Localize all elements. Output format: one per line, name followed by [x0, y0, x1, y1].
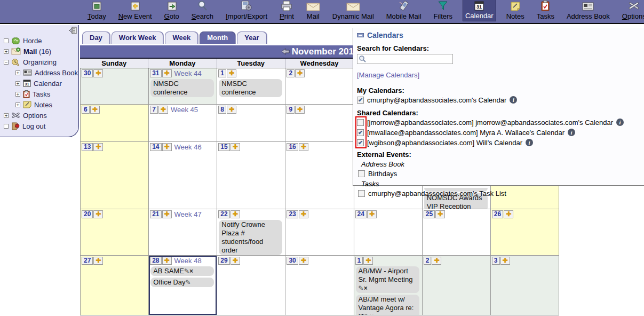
toolbar-item-today[interactable]: Today	[85, 0, 108, 21]
day-number[interactable]: 23	[287, 210, 298, 218]
toolbar-item-import-export[interactable]: Import/Export	[224, 0, 269, 21]
calendar-event[interactable]: NMSDC conference	[219, 79, 282, 97]
day-number[interactable]: 2	[424, 257, 432, 265]
manage-calendars-link[interactable]: [Manage Calendars]	[357, 71, 644, 79]
info-icon[interactable]: i	[510, 96, 517, 104]
day-number[interactable]: 29	[218, 257, 229, 265]
add-event-icon[interactable]: ✚	[93, 210, 103, 218]
sidebar-item-log-out[interactable]: Log out	[4, 121, 78, 131]
add-event-icon[interactable]: ✚	[500, 257, 510, 265]
add-event-icon[interactable]: ✚	[504, 210, 513, 218]
checkbox[interactable]	[357, 119, 364, 126]
day-number[interactable]: 6	[82, 106, 90, 114]
day-number[interactable]: 22	[218, 210, 229, 218]
sidebar-item-mail[interactable]: +Mail (16)	[4, 46, 78, 57]
add-event-icon[interactable]: ✚	[363, 257, 373, 265]
add-event-icon[interactable]: ✚	[162, 143, 172, 151]
calendar-event[interactable]: NMSDC conference	[150, 79, 214, 97]
delete-event-icon[interactable]: ×	[370, 313, 373, 315]
edit-event-icon[interactable]: ✎	[186, 279, 191, 286]
checkbox[interactable]: ✔	[357, 139, 364, 146]
add-event-icon[interactable]: ✚	[299, 210, 308, 218]
day-number[interactable]: 21	[150, 210, 161, 218]
toolbar-item-calendar[interactable]: 31Calendar	[463, 0, 496, 21]
delete-event-icon[interactable]: ×	[364, 285, 368, 292]
add-event-icon[interactable]: ✚	[93, 257, 103, 265]
day-number[interactable]: 15	[218, 143, 229, 151]
day-number[interactable]: 31	[150, 69, 161, 77]
collapse-section-icon[interactable]	[357, 33, 364, 37]
info-icon[interactable]: i	[616, 118, 624, 126]
tree-expander-icon[interactable]: +	[15, 81, 20, 86]
week-link[interactable]: Week 48	[174, 257, 202, 265]
sidebar-item-address-book[interactable]: +Address Book	[15, 67, 78, 78]
day-number[interactable]: 1	[355, 257, 363, 265]
week-link[interactable]: Week 46	[174, 143, 202, 151]
day-number[interactable]: 9	[287, 106, 295, 114]
day-number[interactable]: 27	[82, 257, 93, 265]
edit-event-icon[interactable]: ✎	[364, 313, 370, 315]
add-event-icon[interactable]: ✚	[295, 106, 305, 114]
add-event-icon[interactable]: ✚	[158, 106, 168, 114]
calendar-event[interactable]: AB SAME✎×	[150, 266, 214, 276]
calendar-event[interactable]: Office Day✎	[150, 278, 214, 287]
tree-expander-icon[interactable]: −	[4, 60, 9, 65]
calendar-search-input[interactable]	[367, 55, 452, 63]
day-number[interactable]: 25	[424, 210, 435, 218]
calendar-event[interactable]: AB/MW - Airport Sr. Mgmt Meeting ✎×	[356, 266, 419, 293]
week-link[interactable]: Week 47	[174, 210, 202, 218]
sidebar-item-horde[interactable]: Horde	[4, 35, 78, 46]
add-event-icon[interactable]: ✚	[93, 69, 103, 77]
day-number[interactable]: 8	[218, 106, 226, 114]
add-event-icon[interactable]: ✚	[162, 257, 172, 265]
tree-expander-icon[interactable]: +	[15, 70, 20, 75]
tab-week[interactable]: Week	[165, 31, 198, 44]
add-event-icon[interactable]: ✚	[230, 257, 240, 265]
sidebar-item-notes[interactable]: +Notes	[15, 99, 78, 110]
toolbar-item-tasks[interactable]: Tasks	[535, 0, 556, 21]
toolbar-item-options[interactable]: Options	[620, 0, 644, 21]
checkbox[interactable]: ✔	[357, 97, 364, 104]
day-number[interactable]: 20	[82, 210, 93, 218]
calendar-event[interactable]: Notify Crowne Plaza # students/food orde…	[219, 220, 282, 255]
previous-month-arrow-icon[interactable]	[281, 48, 290, 55]
tab-month[interactable]: Month	[200, 31, 235, 44]
day-number[interactable]: 7	[150, 106, 158, 114]
info-icon[interactable]: i	[568, 129, 575, 136]
tab-year[interactable]: Year	[237, 31, 266, 44]
calendar-search-box[interactable]	[357, 54, 453, 64]
toolbar-item-dynamic-mail[interactable]: Dynamic Mail	[330, 1, 376, 21]
day-number[interactable]: 14	[150, 143, 161, 151]
toolbar-item-mail[interactable]: Mail	[304, 1, 322, 21]
add-event-icon[interactable]: ✚	[93, 143, 103, 151]
add-event-icon[interactable]: ✚	[90, 106, 100, 114]
day-number[interactable]: 28	[150, 257, 161, 265]
tree-expander-icon[interactable]: +	[15, 92, 20, 97]
tree-expander-icon[interactable]: +	[4, 113, 9, 118]
day-number[interactable]: 2	[287, 69, 295, 77]
toolbar-item-goto[interactable]: Goto	[162, 0, 181, 21]
day-number[interactable]: 24	[355, 210, 367, 218]
toolbar-item-filters[interactable]: Filters	[432, 0, 455, 21]
tree-expander-icon[interactable]	[4, 124, 9, 129]
toolbar-item-notes[interactable]: Notes	[504, 0, 527, 21]
day-number[interactable]: 30	[82, 69, 93, 77]
sidebar-item-calendar[interactable]: +31Calendar	[15, 78, 78, 89]
collapse-sidebar-icon[interactable]	[69, 27, 77, 34]
day-number[interactable]: 30	[287, 257, 298, 265]
tab-work-week[interactable]: Work Week	[112, 31, 164, 44]
checkbox[interactable]	[358, 190, 365, 197]
add-event-icon[interactable]: ✚	[230, 143, 240, 151]
info-icon[interactable]: i	[526, 139, 533, 146]
delete-event-icon[interactable]: ×	[189, 267, 193, 275]
sidebar-item-options[interactable]: +Options	[4, 110, 78, 121]
toolbar-item-mobile-mail[interactable]: Mobile Mail	[384, 0, 424, 21]
add-event-icon[interactable]: ✚	[162, 69, 172, 77]
day-number[interactable]: 3	[492, 257, 500, 265]
checkbox[interactable]	[358, 170, 365, 177]
week-link[interactable]: Week 44	[174, 69, 202, 77]
add-event-icon[interactable]: ✚	[432, 257, 441, 265]
toolbar-item-address-book[interactable]: Address Book	[565, 0, 612, 21]
add-event-icon[interactable]: ✚	[227, 69, 236, 77]
sidebar-item-tasks[interactable]: +Tasks	[15, 89, 78, 99]
